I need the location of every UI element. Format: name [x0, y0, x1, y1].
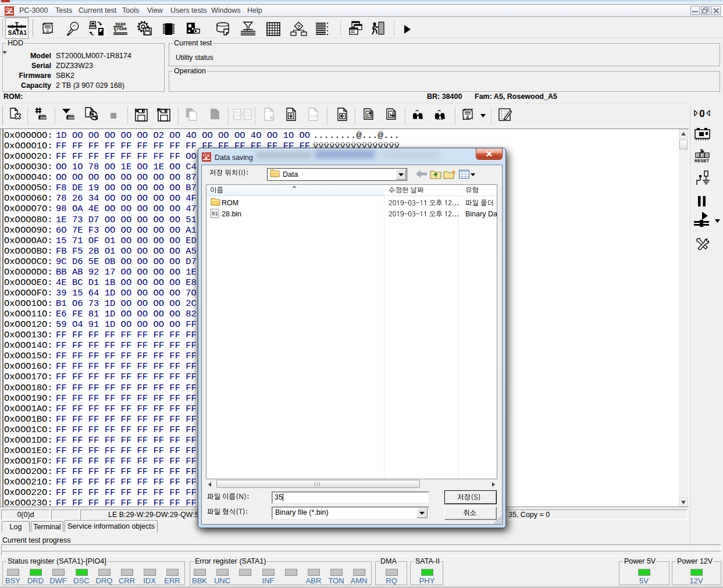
svg-text:57600: 57600: [113, 27, 127, 31]
svg-text:110: 110: [245, 114, 251, 117]
svg-text:?: ?: [297, 24, 301, 30]
svg-text:110: 110: [235, 114, 241, 117]
svg-text:9600: 9600: [115, 22, 126, 27]
svg-text:0: 0: [701, 154, 704, 158]
svg-text:0: 0: [699, 108, 704, 118]
svg-text:01: 01: [212, 211, 218, 217]
svg-text:RESET: RESET: [694, 158, 709, 163]
svg-text:0: 0: [697, 154, 699, 158]
svg-text:123: 123: [310, 114, 317, 118]
svg-text:0: 0: [706, 154, 708, 158]
